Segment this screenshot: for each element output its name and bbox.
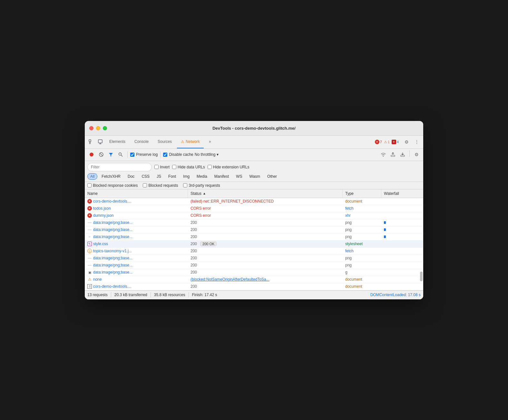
table-row[interactable]: ▣ data:image/png;base... 200 g <box>85 269 423 276</box>
table-row[interactable]: ✎ style.css 200 200 OK stylesheet <box>85 241 423 248</box>
traffic-lights <box>89 126 107 130</box>
filter-font[interactable]: Font <box>165 173 179 180</box>
filter-css[interactable]: CSS <box>139 173 152 180</box>
row-name[interactable]: data:image/png;base... <box>93 220 132 225</box>
row-name[interactable]: dummy.json <box>93 213 114 218</box>
row-name[interactable]: cors-demo-devtools.... <box>93 199 132 204</box>
th-type[interactable]: Type <box>343 189 381 198</box>
tab-network[interactable]: ⚠ Network <box>177 135 204 148</box>
row-name[interactable]: none <box>93 277 102 282</box>
search-icon[interactable] <box>116 150 125 159</box>
dash-icon: — <box>87 220 92 225</box>
clear-button[interactable] <box>97 150 105 159</box>
filter-media[interactable]: Media <box>194 173 210 180</box>
device-icon[interactable] <box>96 138 104 146</box>
filter-js[interactable]: JS <box>154 173 164 180</box>
error-icon: ✕ <box>87 213 92 218</box>
close-button[interactable] <box>89 126 93 130</box>
row-waterfall-cell <box>381 235 423 239</box>
row-name[interactable]: data:image/png;base... <box>93 227 132 232</box>
filter-wasm[interactable]: Wasm <box>247 173 263 180</box>
table-row[interactable]: ✕ dummy.json CORS error xhr <box>85 212 423 219</box>
hide-ext-urls-checkbox[interactable]: Hide extension URLs <box>208 165 249 169</box>
row-type-cell: png <box>343 234 381 240</box>
table-row[interactable]: ⚠ none (blocked:NotSameOriginAfterDefaul… <box>85 276 423 283</box>
th-name[interactable]: Name <box>85 189 188 198</box>
row-name[interactable]: data:image/png;base... <box>93 256 132 260</box>
filter-img[interactable]: Img <box>180 173 192 180</box>
inspect-icon[interactable] <box>87 138 95 146</box>
tab-sources[interactable]: Sources <box>154 135 176 148</box>
th-status[interactable]: Status ▲ <box>188 189 343 198</box>
table-row[interactable]: ✕ cors-demo-devtools.... (failed) net::E… <box>85 198 423 205</box>
status-bar: 13 requests 20.3 kB transferred 35.8 kB … <box>85 290 423 299</box>
table-row[interactable]: ↵ data:image/png;base... 200 png <box>85 234 423 241</box>
svg-rect-0 <box>89 140 91 142</box>
row-status-cell: (failed) net::ERR_INTERNET_DISCONNECTED <box>188 198 343 205</box>
row-name[interactable]: data:image/png;base... <box>93 270 132 275</box>
filter-other[interactable]: Other <box>264 173 280 180</box>
row-name[interactable]: data:image/png;base... <box>93 263 132 267</box>
hide-data-urls-checkbox[interactable]: Hide data URLs <box>172 165 205 169</box>
filter-ws[interactable]: WS <box>233 173 245 180</box>
toolbar-divider-1 <box>127 151 128 158</box>
filter-doc[interactable]: Doc <box>125 173 137 180</box>
network-settings-icon[interactable]: ⚙ <box>412 150 421 159</box>
throttle-select[interactable]: No throttling ▾ <box>195 152 219 157</box>
info-badge: ✕ 4 <box>392 140 399 144</box>
wifi-icon[interactable] <box>379 150 387 159</box>
scrollbar-thumb[interactable] <box>420 272 423 281</box>
table-row[interactable]: — data:image/png;base... 200 png <box>85 226 423 234</box>
row-waterfall-cell <box>381 243 423 245</box>
settings-icon[interactable]: ⚙ <box>403 138 410 146</box>
maximize-button[interactable] <box>103 126 107 130</box>
more-options-icon[interactable]: ⋮ <box>413 138 421 146</box>
tab-elements[interactable]: Elements <box>105 135 129 148</box>
filter-input[interactable] <box>87 163 152 171</box>
row-name[interactable]: data:image/png;base... <box>93 235 132 239</box>
filter-bar: Invert Hide data URLs Hide extension URL… <box>85 161 423 182</box>
row-name-cell: ✎ style.css <box>85 241 188 247</box>
table-row[interactable]: {} topics-taxonomy-v1.j... 200 fetch <box>85 248 423 255</box>
table-row[interactable]: — data:image/png;base... 200 png <box>85 262 423 269</box>
tab-more[interactable]: » <box>205 135 215 148</box>
preserve-log-checkbox[interactable]: Preserve log <box>130 152 158 157</box>
row-type-cell: document <box>343 283 381 290</box>
filter-row1: Invert Hide data URLs Hide extension URL… <box>87 163 421 171</box>
status-divider-1 <box>111 292 111 297</box>
sort-arrow-icon: ▲ <box>203 192 206 195</box>
table-row[interactable]: ☰ cors-demo-devtools.... 200 document <box>85 283 423 290</box>
blocked-cookies-checkbox[interactable]: Blocked response cookies <box>87 183 138 188</box>
row-waterfall-cell <box>381 200 423 202</box>
minimize-button[interactable] <box>96 126 100 130</box>
tab-console[interactable]: Console <box>131 135 152 148</box>
download-icon[interactable] <box>398 150 407 159</box>
status-link[interactable]: (blocked:NotSameOriginAfterDefaultedToSa… <box>190 277 269 282</box>
table-row[interactable]: — data:image/png;base... 200 png <box>85 255 423 262</box>
filter-all[interactable]: All <box>87 173 97 180</box>
row-name[interactable]: style.css <box>93 242 108 246</box>
filter-manifest[interactable]: Manifest <box>211 173 232 180</box>
row-name[interactable]: cors-demo-devtools.... <box>93 284 132 289</box>
disable-cache-checkbox[interactable]: Disable cache <box>163 152 193 157</box>
row-type-cell: fetch <box>343 248 381 254</box>
info-badge-icon: ✕ <box>392 140 396 144</box>
table-row[interactable]: — data:image/png;base... 200 png <box>85 219 423 226</box>
error-badge-icon: ✕ <box>375 140 379 144</box>
table-row[interactable]: ✕ todos.json CORS error fetch <box>85 205 423 212</box>
row-waterfall-cell <box>381 257 423 259</box>
third-party-checkbox[interactable]: 3rd-party requests <box>183 183 220 188</box>
svg-line-8 <box>100 153 103 156</box>
row-type-cell: png <box>343 255 381 261</box>
row-name[interactable]: todos.json <box>93 206 111 211</box>
th-waterfall[interactable]: Waterfall <box>381 189 423 198</box>
record-stop-button[interactable] <box>87 150 96 159</box>
waterfall-bar <box>384 235 386 238</box>
filter-fetch-xhr[interactable]: Fetch/XHR <box>99 173 123 180</box>
blocked-requests-checkbox[interactable]: Blocked requests <box>143 183 178 188</box>
row-name[interactable]: topics-taxonomy-v1.j... <box>93 249 132 253</box>
checkbox-row: Blocked response cookies Blocked request… <box>85 182 423 189</box>
invert-checkbox[interactable]: Invert <box>154 165 170 169</box>
filter-icon[interactable] <box>107 150 115 159</box>
upload-icon[interactable] <box>389 150 397 159</box>
